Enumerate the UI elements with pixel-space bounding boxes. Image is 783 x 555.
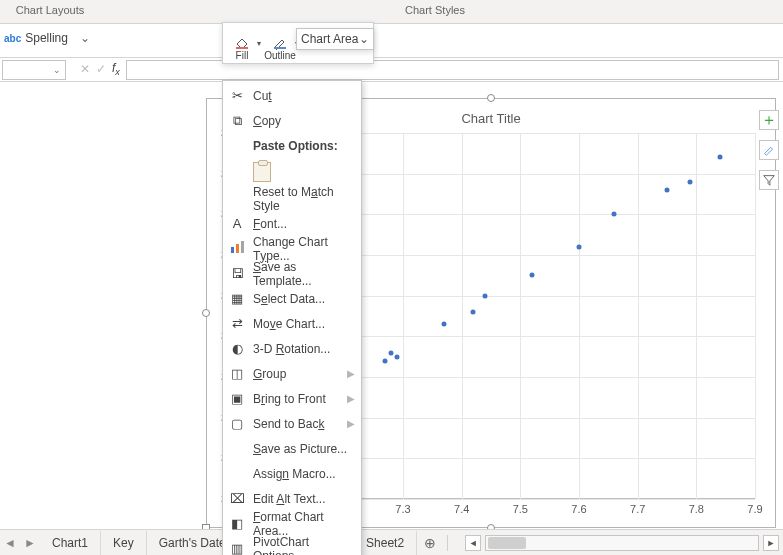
spelling-button[interactable]: abc Spelling ⌄	[4, 31, 90, 45]
tab-sheet2[interactable]: Sheet2	[354, 531, 417, 555]
ctx-edit-alt-text[interactable]: ⌧Edit Alt Text...	[223, 486, 361, 511]
group-icon: ◫	[229, 366, 245, 381]
ctx-reset-match-style[interactable]: Reset to Match Style	[223, 186, 361, 211]
scroll-track[interactable]	[485, 535, 759, 551]
data-point[interactable]	[483, 293, 488, 298]
tab-splitter[interactable]	[447, 535, 461, 551]
ctx-save-as-picture[interactable]: Save as Picture...	[223, 436, 361, 461]
svg-rect-2	[231, 247, 234, 253]
ctx-font[interactable]: AFont...	[223, 211, 361, 236]
gridline-vertical	[696, 133, 697, 499]
chart-type-icon	[229, 240, 245, 257]
pen-icon	[272, 36, 288, 50]
scroll-thumb[interactable]	[488, 537, 526, 549]
gridline-vertical	[755, 133, 756, 499]
data-point[interactable]	[442, 322, 447, 327]
ribbon-secondary-row: abc Spelling ⌄	[0, 24, 783, 58]
scroll-right-button[interactable]: ►	[763, 535, 779, 551]
svg-rect-1	[274, 47, 286, 49]
sheet-tab-strip: ◄ ► Chart1 Key Garth's Date copy Full Da…	[0, 529, 783, 555]
x-tick-label: 7.9	[747, 503, 762, 515]
data-point[interactable]	[389, 350, 394, 355]
ctx-pivotchart-options: ▥PivotChart Options...	[223, 536, 361, 555]
resize-handle[interactable]	[202, 309, 210, 317]
font-icon: A	[229, 216, 245, 231]
ribbon-group-chart-layouts: Chart Layouts	[10, 4, 90, 16]
accept-formula-icon: ✓	[96, 62, 106, 76]
scroll-left-button[interactable]: ◄	[465, 535, 481, 551]
svg-rect-3	[236, 244, 239, 253]
chart-elements-button[interactable]: ＋	[759, 110, 779, 130]
copy-icon: ⧉	[229, 113, 245, 129]
x-tick-label: 7.7	[630, 503, 645, 515]
fill-label: Fill	[236, 50, 249, 61]
ctx-assign-macro[interactable]: Assign Macro...	[223, 461, 361, 486]
tab-chart1[interactable]: Chart1	[40, 531, 101, 555]
horizontal-scrollbar[interactable]: ◄ ►	[465, 535, 783, 551]
formula-bar: ⌄ ✕ ✓ fx	[0, 58, 783, 82]
scissors-icon: ✂	[229, 88, 245, 103]
add-sheet-button[interactable]: ⊕	[417, 535, 443, 551]
ctx-paste-icons[interactable]	[223, 158, 361, 186]
tab-key[interactable]: Key	[101, 531, 147, 555]
chevron-right-icon: ▶	[347, 393, 355, 404]
tab-nav-prev[interactable]: ◄	[0, 536, 20, 550]
formula-actions: ✕ ✓ fx	[80, 61, 120, 77]
chart-styles-button[interactable]	[759, 140, 779, 160]
data-point[interactable]	[665, 187, 670, 192]
gridline-vertical	[520, 133, 521, 499]
data-point[interactable]	[530, 273, 535, 278]
grid-icon: ▦	[229, 291, 245, 306]
ribbon-labels-row: Chart Layouts Chart Styles	[0, 0, 783, 24]
gridline-vertical	[462, 133, 463, 499]
data-point[interactable]	[395, 354, 400, 359]
ctx-bring-to-front: ▣Bring to Front▶	[223, 386, 361, 411]
ctx-save-as-template[interactable]: 🖫Save as Template...	[223, 261, 361, 286]
data-point[interactable]	[688, 179, 693, 184]
svg-rect-4	[241, 241, 244, 253]
chart-filters-button[interactable]	[759, 170, 779, 190]
data-point[interactable]	[717, 155, 722, 160]
alt-text-icon: ⌧	[229, 491, 245, 506]
save-template-icon: 🖫	[229, 266, 245, 281]
data-point[interactable]	[577, 244, 582, 249]
rotate-3d-icon: ◐	[229, 341, 245, 356]
ctx-3d-rotation: ◐3-D Rotation...	[223, 336, 361, 361]
ctx-copy[interactable]: ⧉Copy	[223, 108, 361, 133]
ribbon-group-chart-styles: Chart Styles	[390, 4, 480, 16]
ctx-send-to-back: ▢Send to Back▶	[223, 411, 361, 436]
fx-icon[interactable]: fx	[112, 61, 120, 77]
outline-button[interactable]: Outline	[261, 23, 299, 63]
x-tick-label: 7.4	[454, 503, 469, 515]
context-menu: ✂Cut ⧉Copy Paste Options: Reset to Match…	[222, 80, 362, 555]
data-point[interactable]	[383, 358, 388, 363]
ctx-select-data[interactable]: ▦Select Data...	[223, 286, 361, 311]
fill-button[interactable]: Fill	[223, 23, 261, 63]
gridline-vertical	[403, 133, 404, 499]
ctx-format-chart-area[interactable]: ◧Format Chart Area...	[223, 511, 361, 536]
ctx-change-chart-type[interactable]: Change Chart Type...	[223, 236, 361, 261]
gridline-vertical	[579, 133, 580, 499]
resize-handle[interactable]	[487, 94, 495, 102]
paint-bucket-icon	[234, 36, 250, 50]
svg-rect-0	[236, 47, 248, 49]
chevron-down-icon: ⌄	[359, 32, 369, 46]
data-point[interactable]	[471, 309, 476, 314]
data-point[interactable]	[612, 212, 617, 217]
x-tick-label: 7.3	[395, 503, 410, 515]
gridline-vertical	[638, 133, 639, 499]
move-icon: ⇄	[229, 316, 245, 331]
tab-nav-next[interactable]: ►	[20, 536, 40, 550]
chevron-down-icon: ⌄	[80, 31, 90, 45]
ctx-cut: ✂Cut	[223, 83, 361, 108]
cancel-formula-icon: ✕	[80, 62, 90, 76]
ctx-move-chart[interactable]: ⇄Move Chart...	[223, 311, 361, 336]
chart-element-select[interactable]: Chart Area ⌄	[296, 28, 374, 50]
chevron-down-icon: ⌄	[53, 65, 61, 75]
ctx-paste-options-header: Paste Options:	[223, 133, 361, 158]
chart-element-select-value: Chart Area	[301, 32, 358, 46]
outline-label: Outline	[264, 50, 296, 61]
ctx-group: ◫Group▶	[223, 361, 361, 386]
bring-front-icon: ▣	[229, 391, 245, 406]
name-box[interactable]: ⌄	[2, 60, 66, 80]
